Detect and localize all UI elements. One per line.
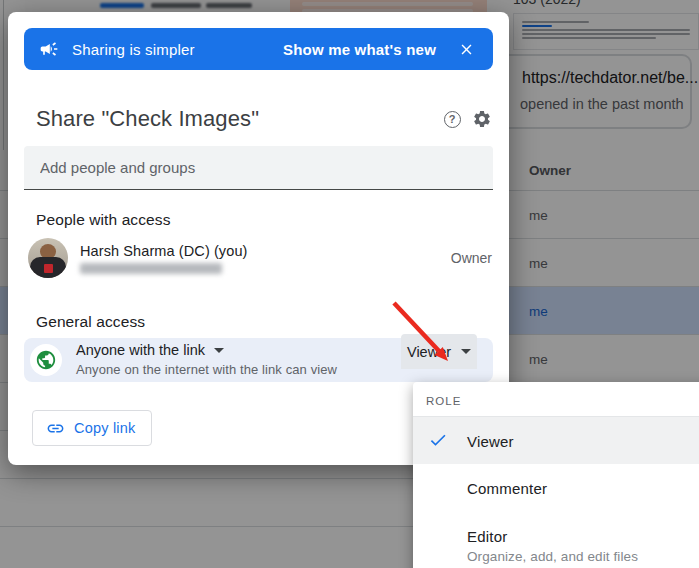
- dialog-title: Share "Check Images": [36, 106, 437, 132]
- general-access-row: Anyone with the link Anyone on the inter…: [24, 338, 493, 382]
- list-item-owner: Harsh Sharma (DC) (you) Owner: [28, 236, 492, 280]
- help-button[interactable]: ?: [437, 104, 467, 134]
- settings-button[interactable]: [467, 104, 497, 134]
- role-menu: ROLE Viewer Commenter Editor Organize, a…: [413, 382, 699, 568]
- screen: 103 (2022) https://techdator.net/be... o…: [0, 0, 699, 568]
- menu-item-sublabel: Organize, add, and edit files: [467, 549, 638, 564]
- link-scope-label: Anyone with the link: [76, 342, 205, 358]
- megaphone-icon: [39, 39, 59, 59]
- add-people-input[interactable]: [24, 146, 493, 190]
- role-dropdown-button[interactable]: Viewer: [401, 334, 477, 369]
- menu-item-commenter[interactable]: Commenter: [413, 464, 699, 512]
- people-with-access-heading: People with access: [36, 211, 170, 229]
- link-icon: [46, 419, 65, 438]
- help-icon: ?: [444, 111, 461, 128]
- role-menu-header: ROLE: [426, 395, 461, 407]
- avatar-patch: [44, 264, 53, 273]
- person-name: Harsh Sharma (DC) (you): [80, 243, 451, 259]
- show-whats-new-link[interactable]: Show me what's new: [283, 41, 436, 58]
- copy-link-label: Copy link: [74, 420, 135, 436]
- avatar: [28, 238, 68, 278]
- link-scope-description: Anyone on the internet with the link can…: [76, 362, 337, 377]
- gear-icon: [472, 109, 492, 129]
- role-dropdown-label: Viewer: [407, 344, 451, 360]
- person-info: Harsh Sharma (DC) (you): [80, 243, 451, 274]
- globe-chip: [30, 344, 62, 376]
- menu-item-label: Commenter: [467, 480, 547, 497]
- general-access-heading: General access: [36, 313, 145, 331]
- banner-title: Sharing is simpler: [72, 41, 195, 58]
- menu-item-editor[interactable]: Editor Organize, add, and edit files: [413, 512, 699, 568]
- person-role-label: Owner: [451, 250, 492, 266]
- menu-item-viewer[interactable]: Viewer: [413, 417, 699, 464]
- access-text: Anyone with the link Anyone on the inter…: [76, 342, 337, 377]
- chevron-down-icon: [214, 348, 224, 353]
- globe-icon: [35, 349, 57, 371]
- chevron-down-icon: [461, 349, 471, 354]
- dialog-header: Share "Check Images" ?: [36, 104, 497, 134]
- person-email-blurred: [80, 263, 222, 274]
- menu-item-label: Editor: [467, 528, 507, 545]
- menu-item-label: Viewer: [467, 432, 514, 449]
- check-icon: [428, 430, 448, 450]
- copy-link-button[interactable]: Copy link: [32, 410, 152, 446]
- close-banner-button[interactable]: [458, 41, 475, 58]
- close-icon: [458, 41, 475, 58]
- promo-banner: Sharing is simpler Show me what's new: [24, 28, 493, 70]
- link-scope-dropdown[interactable]: Anyone with the link: [76, 342, 337, 358]
